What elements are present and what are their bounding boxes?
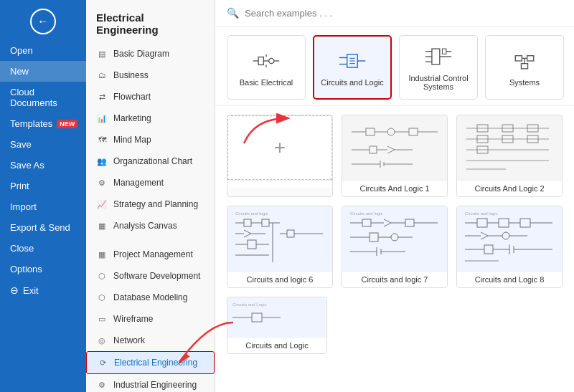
category-label: Systems [509, 78, 540, 87]
menu-strategy[interactable]: 📈 Strategy and Planning [86, 193, 215, 215]
software-icon: ⬡ [96, 270, 108, 282]
nav-exit[interactable]: ⊖ Exit [0, 279, 86, 301]
template-circuit7[interactable]: Circuits and logic [342, 206, 448, 288]
circuits-logic-icon [338, 48, 367, 74]
management-icon: ⚙ [96, 177, 108, 188]
circuit6-thumb: Circuits and logic [227, 206, 332, 271]
menu-basic-diagram[interactable]: ▤ Basic Diagram [86, 43, 215, 64]
template-circuit1[interactable]: Circuits And Logic 1 [342, 115, 448, 197]
circuit7-thumb: Circuits and logic [342, 206, 447, 271]
category-industrial-control[interactable]: Industrial Control Systems [399, 35, 478, 100]
nav-close[interactable]: Close [0, 238, 86, 259]
nav-save-as[interactable]: Save As [0, 155, 86, 176]
svg-rect-80 [405, 219, 414, 226]
menu-industrial[interactable]: ⚙ Industrial Engineering [86, 374, 215, 392]
svg-rect-66 [248, 240, 256, 249]
new-template-label [227, 180, 332, 188]
menu-marketing[interactable]: 📊 Marketing [86, 107, 215, 129]
svg-rect-97 [520, 219, 530, 227]
systems-icon [510, 48, 539, 74]
circuit8-thumb: Circuits and logic [457, 206, 562, 271]
new-template-thumb: + [227, 115, 332, 180]
svg-line-78 [384, 223, 391, 226]
basic-diagram-icon: ▤ [96, 48, 108, 59]
category-circuits-logic[interactable]: Circuits and Logic [313, 35, 392, 100]
menu-management[interactable]: ⚙ Management [86, 172, 215, 193]
strategy-icon: 📈 [96, 199, 108, 210]
nav-options[interactable]: Options [0, 259, 86, 279]
nav-import[interactable]: Import [0, 196, 86, 217]
svg-rect-17 [432, 49, 440, 64]
svg-line-62 [244, 230, 251, 234]
nav-export[interactable]: Export & Send [0, 217, 86, 238]
svg-rect-20 [442, 49, 446, 54]
svg-rect-31 [409, 128, 418, 135]
svg-rect-106 [484, 245, 493, 254]
svg-point-85 [391, 234, 398, 241]
search-input[interactable] [245, 8, 563, 19]
menu-electrical[interactable]: ⟳ Electrical Engineering [86, 351, 215, 374]
search-icon: 🔍 [227, 7, 239, 19]
template-circuit6[interactable]: Circuits and logic [227, 206, 333, 288]
category-systems[interactable]: Systems [485, 35, 564, 100]
middle-panel: Electrical Engineering ▤ Basic Diagram 🗂… [86, 0, 215, 392]
svg-rect-27 [366, 128, 375, 135]
template-circuit2[interactable]: Circuits And Logic 2 [456, 115, 563, 197]
svg-line-100 [481, 232, 488, 236]
categories-row: Basic Electrical Circuits and Logic [215, 27, 574, 106]
circuitb-thumb: Circuits and Logic [227, 297, 326, 337]
nav-new[interactable]: New [0, 61, 86, 82]
basic-electrical-icon [252, 48, 281, 74]
templates-badge: NEW [57, 120, 77, 128]
svg-line-63 [244, 234, 251, 237]
menu-analysis[interactable]: ▦ Analysis Canvas [86, 215, 215, 236]
category-basic-electrical[interactable]: Basic Electrical [227, 35, 306, 100]
svg-rect-71 [287, 230, 294, 237]
svg-line-101 [481, 236, 488, 239]
templates-grid: + [215, 106, 574, 297]
menu-flowchart[interactable]: ⇄ Flowchart [86, 86, 215, 107]
nav-print[interactable]: Print [0, 176, 86, 196]
wireframe-icon: ▭ [96, 313, 108, 325]
industrial-icon: ⚙ [96, 379, 108, 391]
business-icon: 🗂 [96, 70, 108, 81]
svg-rect-21 [515, 56, 522, 61]
svg-rect-95 [499, 219, 509, 227]
plus-icon: + [274, 136, 286, 159]
svg-rect-59 [262, 219, 269, 226]
svg-rect-1 [258, 57, 263, 65]
svg-point-3 [269, 58, 274, 63]
template-circuit8[interactable]: Circuits and logic [456, 206, 563, 288]
svg-text:Circuits and logic: Circuits and logic [235, 211, 268, 216]
search-bar: 🔍 [215, 0, 574, 27]
left-nav: ← Open New Cloud Documents Templates NEW… [0, 0, 86, 392]
menu-network[interactable]: ◎ Network [86, 330, 215, 351]
category-label: Circuits and Logic [321, 78, 383, 87]
template-circuitb[interactable]: Circuits and Logic Circuits and Logic [227, 297, 327, 354]
database-icon: ⬡ [96, 292, 108, 303]
category-label: Basic Electrical [240, 78, 293, 87]
menu-mind-map[interactable]: 🗺 Mind Map [86, 129, 215, 150]
svg-line-36 [387, 146, 395, 150]
menu-project[interactable]: ▦ Project Management [86, 244, 215, 265]
analysis-icon: ▦ [96, 220, 108, 231]
circuit2-label: Circuits And Logic 2 [457, 180, 562, 196]
nav-templates[interactable]: Templates NEW [0, 113, 86, 134]
nav-cloud[interactable]: Cloud Documents [0, 82, 86, 113]
menu-database[interactable]: ⬡ Database Modeling [86, 287, 215, 308]
new-template-card[interactable]: + [227, 115, 333, 197]
nav-open[interactable]: Open [0, 40, 86, 61]
svg-line-37 [387, 150, 395, 153]
svg-rect-83 [370, 233, 378, 242]
circuit1-thumb [342, 115, 447, 180]
main-content: 🔍 Basic Electrical [215, 0, 574, 392]
nav-save[interactable]: Save [0, 134, 86, 155]
back-button[interactable]: ← [30, 9, 56, 34]
menu-software[interactable]: ⬡ Software Development [86, 265, 215, 287]
circuitb-label: Circuits and Logic [227, 337, 326, 353]
svg-rect-75 [362, 219, 371, 226]
org-chart-icon: 👥 [96, 156, 108, 167]
menu-org-chart[interactable]: 👥 Organizational Chart [86, 150, 215, 172]
menu-business[interactable]: 🗂 Business [86, 64, 215, 86]
menu-wireframe[interactable]: ▭ Wireframe [86, 308, 215, 330]
